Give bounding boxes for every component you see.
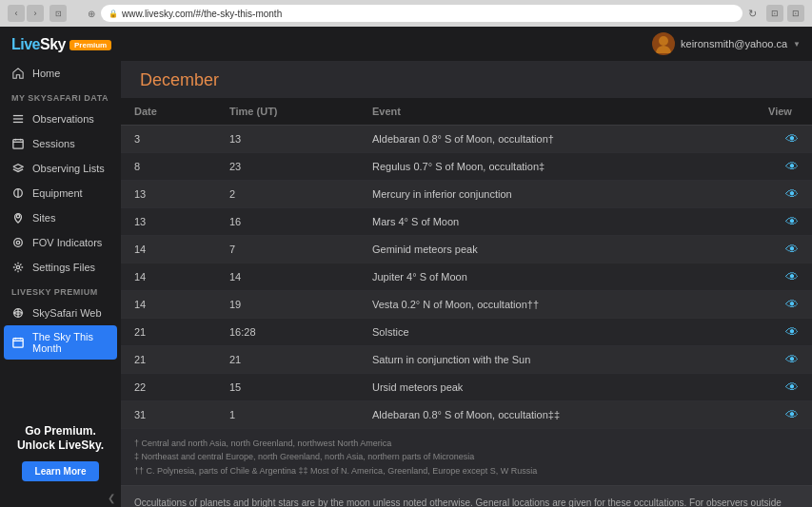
sidebar-item-observing-lists[interactable]: Observing Lists [0,156,121,181]
cell-time: 13 [216,126,359,153]
browser-nav[interactable]: ‹ › [8,5,44,22]
view-icon[interactable]: 👁 [785,242,799,257]
cell-event: Mars 4° S of Moon [359,208,755,236]
share-button[interactable]: ⊡ [787,5,804,22]
calendar-star-icon [11,336,25,349]
cell-view[interactable]: 👁 [755,236,812,263]
cell-event: Solstice [359,319,755,346]
bookmark-button[interactable]: ⊡ [766,5,783,22]
svg-point-12 [16,265,19,268]
user-dropdown-arrow[interactable]: ▼ [793,40,801,49]
cell-view[interactable]: 👁 [755,153,812,181]
sidebar-item-label: The Sky This Month [32,331,109,354]
cell-view[interactable]: 👁 [755,126,812,153]
cell-view[interactable]: 👁 [755,401,812,429]
view-icon[interactable]: 👁 [785,159,799,174]
view-icon[interactable]: 👁 [785,214,799,229]
cell-date: 21 [121,346,216,374]
sidebar-item-fov-indicators[interactable]: FOV Indicators [0,230,121,255]
reload-button[interactable]: ↻ [748,8,757,20]
url-text: www.livesky.com/#/the-sky-this-month [122,9,282,19]
cell-date: 14 [121,236,216,263]
cell-time: 19 [216,291,359,319]
username-text: keironsmith@yahoo.ca [681,38,787,49]
th-view: View [755,98,812,126]
learn-more-button[interactable]: Learn More [22,461,100,481]
sidebar-item-sky-this-month[interactable]: The Sky This Month [4,325,117,360]
cell-view[interactable]: 👁 [755,374,812,401]
cell-date: 8 [121,153,216,181]
cell-time: 16:28 [216,319,359,346]
sidebar-item-sessions[interactable]: Sessions [0,131,121,156]
table-row: 13 2 Mercury in inferior conjunction 👁 [121,181,812,208]
cell-time: 21 [216,346,359,374]
browser-toolbar: ‹ › ⊡ ⊕ 🔒 www.livesky.com/#/the-sky-this… [0,0,812,27]
cell-view[interactable]: 👁 [755,346,812,374]
back-button[interactable]: ‹ [8,5,25,22]
view-icon[interactable]: 👁 [785,380,799,395]
cell-time: 1 [216,401,359,429]
cell-view[interactable]: 👁 [755,263,812,291]
cell-date: 13 [121,208,216,236]
footnote-3: †† C. Polynesia, parts of Chile & Argent… [134,464,799,478]
sidebar-item-settings-files[interactable]: Settings Files [0,255,121,280]
sidebar-item-skysafari-web[interactable]: SkySafari Web [0,301,121,325]
cell-view[interactable]: 👁 [755,319,812,346]
sidebar-item-label: Observing Lists [32,163,105,174]
th-time: Time (UT) [216,98,359,126]
logo-text: LiveSky [11,36,66,53]
cell-time: 2 [216,181,359,208]
view-icon[interactable]: 👁 [785,352,799,367]
address-bar[interactable]: 🔒 www.livesky.com/#/the-sky-this-month [101,5,743,22]
collapse-sidebar-button[interactable]: ❮ [0,489,121,507]
view-icon[interactable]: 👁 [785,297,799,312]
cell-view[interactable]: 👁 [755,181,812,208]
cell-view[interactable]: 👁 [755,208,812,236]
sidebar-item-label: Home [32,68,60,79]
description-box: Occultations of planets and bright stars… [121,485,812,507]
footnote-1: † Central and north Asia, north Greenlan… [134,437,799,450]
cell-date: 3 [121,126,216,153]
sidebar-item-equipment[interactable]: Equipment [0,181,121,205]
cell-event: Geminid meteors peak [359,236,755,263]
sidebar-item-label: SkySafari Web [32,307,102,319]
table-row: 14 7 Geminid meteors peak 👁 [121,236,812,263]
cell-date: 31 [121,401,216,429]
cell-view[interactable]: 👁 [755,291,812,319]
main-content: keironsmith@yahoo.ca ▼ December Date Tim… [121,27,812,507]
sidebar-promo: Go Premium.Unlock LiveSky. Learn More [0,415,121,489]
view-icon[interactable]: 👁 [785,131,799,146]
sidebar-item-home[interactable]: Home [0,61,121,86]
sidebar-item-label: FOV Indicators [32,237,102,248]
view-icon[interactable]: 👁 [785,407,799,422]
sidebar-item-label: Sites [32,212,55,224]
view-icon[interactable]: 👁 [785,186,799,202]
sidebar-item-observations[interactable]: Observations [0,107,121,131]
cell-date: 22 [121,374,216,401]
table-row: 3 13 Aldebaran 0.8° S of Moon, occultati… [121,126,812,153]
cell-event: Regulus 0.7° S of Moon, occultation‡ [359,153,755,181]
sidebar-item-label: Observations [32,113,94,125]
table-row: 8 23 Regulus 0.7° S of Moon, occultation… [121,153,812,181]
settings-icon [11,261,25,274]
cell-event: Aldebaran 0.8° S of Moon, occultation† [359,126,755,153]
forward-button[interactable]: › [27,5,44,22]
user-info: keironsmith@yahoo.ca ▼ [652,32,801,55]
premium-section-label: LIVESKY PREMIUM [0,280,121,301]
window-expand-button[interactable]: ⊡ [50,5,67,22]
cell-date: 21 [121,319,216,346]
sidebar-item-sites[interactable]: Sites [0,205,121,230]
sidebar-item-label: Sessions [32,138,75,149]
cell-time: 15 [216,374,359,401]
month-header: December [121,61,812,98]
svg-rect-15 [13,339,23,347]
view-icon[interactable]: 👁 [785,324,799,340]
view-icon[interactable]: 👁 [785,269,799,284]
footnotes: † Central and north Asia, north Greenlan… [121,429,812,485]
calendar-icon [11,137,25,150]
cell-time: 7 [216,236,359,263]
home-icon [11,67,25,80]
table-row: 21 16:28 Solstice 👁 [121,319,812,346]
svg-point-10 [14,239,23,247]
table-header-row: Date Time (UT) Event View [121,98,812,126]
